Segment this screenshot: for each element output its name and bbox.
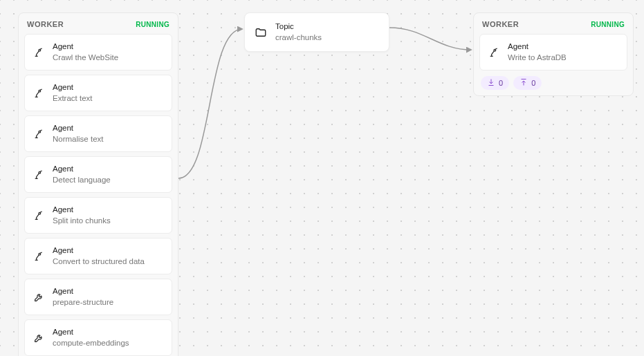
agent-extract-text[interactable]: Agent Extract text — [24, 75, 172, 111]
agent-description: compute-embeddings — [53, 338, 129, 349]
robot-arm-icon — [33, 47, 44, 58]
robot-arm-icon — [33, 129, 44, 140]
agent-text: Agent prepare-structure — [53, 286, 113, 308]
worker-title: WORKER — [482, 20, 519, 28]
agent-text: Agent Detect language — [53, 164, 111, 185]
folder-icon — [255, 26, 267, 39]
robot-arm-icon — [33, 251, 44, 262]
upload-icon — [519, 78, 528, 88]
agent-text: Agent Convert to structured data — [53, 245, 145, 267]
agent-description: Convert to structured data — [53, 256, 145, 268]
topic-card-crawl-chunks[interactable]: Topic crawl-chunks — [244, 12, 389, 52]
worker-card-write[interactable]: WORKER RUNNING Agent Write to AstraDB 0 … — [473, 12, 634, 96]
robot-arm-icon — [33, 169, 44, 180]
worker-io-stats: 0 0 — [479, 76, 627, 90]
agent-label: Agent — [53, 82, 93, 93]
download-icon — [487, 78, 495, 88]
agent-label: Agent — [508, 41, 567, 53]
agent-text: Agent Normalise text — [53, 123, 104, 144]
agent-split-chunks[interactable]: Agent Split into chunks — [24, 197, 172, 234]
agent-description: prepare-structure — [53, 297, 113, 308]
topic-label: Topic — [275, 21, 322, 32]
robot-arm-icon — [33, 210, 44, 221]
agent-normalise-text[interactable]: Agent Normalise text — [24, 115, 172, 152]
edge-topic-to-worker2 — [389, 21, 476, 62]
worker-header: WORKER RUNNING — [479, 19, 627, 34]
worker-card-crawl[interactable]: WORKER RUNNING Agent Crawl the WebSite A… — [18, 12, 178, 356]
worker-header: WORKER RUNNING — [24, 19, 172, 34]
wrench-icon — [33, 292, 44, 303]
topic-description: crawl-chunks — [275, 32, 322, 44]
agent-description: Split into chunks — [53, 216, 111, 227]
io-out-count: 0 — [531, 79, 535, 87]
agent-label: Agent — [53, 205, 111, 216]
topic-text: Topic crawl-chunks — [275, 21, 322, 43]
agent-text: Agent Split into chunks — [53, 205, 111, 226]
worker-status-badge: RUNNING — [136, 21, 169, 28]
agent-label: Agent — [53, 286, 113, 297]
agent-description: Extract text — [53, 93, 93, 104]
robot-arm-icon — [33, 88, 44, 99]
io-in-count: 0 — [499, 79, 503, 87]
agent-description: Normalise text — [53, 134, 104, 145]
agent-label: Agent — [53, 164, 111, 175]
io-chip-upload[interactable]: 0 — [513, 76, 542, 90]
agent-label: Agent — [53, 245, 145, 256]
agent-label: Agent — [53, 41, 118, 53]
agent-crawl-website[interactable]: Agent Crawl the WebSite — [24, 34, 172, 71]
agent-label: Agent — [53, 123, 104, 134]
agent-text: Agent Write to AstraDB — [508, 41, 567, 63]
agent-text: Agent compute-embeddings — [53, 327, 129, 348]
agent-description: Detect language — [53, 175, 111, 186]
agent-description: Crawl the WebSite — [53, 53, 118, 64]
robot-arm-icon — [488, 47, 499, 58]
edge-worker1-to-topic — [178, 21, 248, 187]
agent-prepare-structure[interactable]: Agent prepare-structure — [24, 279, 172, 315]
pipeline-canvas[interactable]: WORKER RUNNING Agent Crawl the WebSite A… — [0, 0, 644, 356]
agent-text: Agent Crawl the WebSite — [53, 41, 118, 63]
worker-status-badge: RUNNING — [591, 21, 625, 28]
agent-write-astradb[interactable]: Agent Write to AstraDB — [479, 34, 627, 71]
agent-compute-embeddings[interactable]: Agent compute-embeddings — [24, 319, 172, 356]
agent-text: Agent Extract text — [53, 82, 93, 104]
agent-description: Write to AstraDB — [508, 53, 567, 64]
agent-convert-structured[interactable]: Agent Convert to structured data — [24, 238, 172, 274]
wrench-icon — [33, 332, 44, 344]
agent-detect-language[interactable]: Agent Detect language — [24, 156, 172, 193]
worker-title: WORKER — [27, 20, 64, 28]
io-chip-download[interactable]: 0 — [481, 76, 509, 90]
agent-label: Agent — [53, 327, 129, 338]
